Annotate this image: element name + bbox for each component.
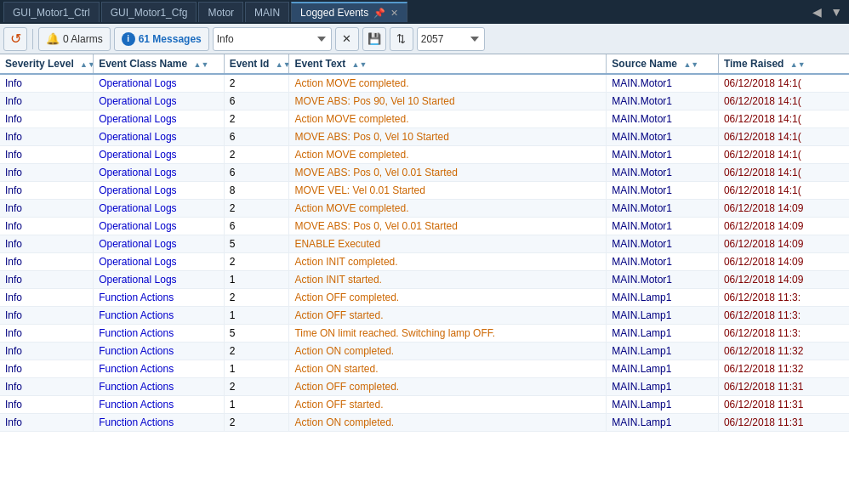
table-cell: MAIN.Motor1 [607, 128, 719, 146]
table-row[interactable]: InfoFunction Actions2Action ON completed… [0, 343, 849, 360]
table-cell: MOVE VEL: Vel 0.01 Started [289, 182, 607, 200]
tab-logged-events[interactable]: Logged Events 📌 ✕ [291, 2, 407, 22]
table-row[interactable]: InfoOperational Logs6MOVE ABS: Pos 0, Ve… [0, 218, 849, 235]
table-cell: Info [0, 128, 94, 146]
table-cell: 2 [224, 74, 289, 93]
table-row[interactable]: InfoFunction Actions1Action ON started.M… [0, 360, 849, 378]
table-cell: 06/12/2018 11:32 [718, 360, 849, 378]
table-row[interactable]: InfoOperational Logs5ENABLE ExecutedMAIN… [0, 235, 849, 253]
events-table-container[interactable]: Severity Level ▲▼ Event Class Name ▲▼ Ev… [0, 54, 849, 504]
table-cell: Action OFF completed. [289, 378, 607, 396]
table-cell: Action OFF started. [289, 396, 607, 414]
messages-badge: i 61 Messages [114, 27, 209, 51]
table-cell: 5 [224, 235, 289, 253]
table-cell: Operational Logs [94, 93, 225, 110]
table-cell: Function Actions [94, 414, 225, 432]
table-cell: Info [0, 146, 94, 164]
tab-gui-motor1-cfg[interactable]: GUI_Motor1_Cfg [101, 2, 197, 22]
table-cell: 1 [224, 360, 289, 378]
table-cell: MAIN.Motor1 [607, 93, 719, 110]
table-cell: MAIN.Lamp1 [607, 360, 719, 378]
table-cell: Operational Logs [94, 253, 225, 271]
table-cell: 2 [224, 289, 289, 307]
sort-time-icon: ▲▼ [790, 60, 806, 69]
table-cell: Info [0, 378, 94, 396]
table-cell: Action MOVE completed. [289, 74, 607, 93]
table-cell: Info [0, 200, 94, 218]
table-cell: Info [0, 396, 94, 414]
col-header-eventid[interactable]: Event Id ▲▼ [224, 54, 289, 74]
table-cell: Function Actions [94, 396, 225, 414]
table-cell: Action ON completed. [289, 414, 607, 432]
table-cell: 06/12/2018 14:1( [718, 164, 849, 182]
table-cell: MAIN.Lamp1 [607, 343, 719, 360]
table-cell: 2 [224, 200, 289, 218]
table-row[interactable]: InfoFunction Actions1Action OFF started.… [0, 396, 849, 414]
table-row[interactable]: InfoOperational Logs2Action MOVE complet… [0, 74, 849, 93]
sort-source-icon: ▲▼ [683, 60, 698, 69]
table-row[interactable]: InfoFunction Actions2Action OFF complete… [0, 378, 849, 396]
table-cell: 1 [224, 307, 289, 325]
table-row[interactable]: InfoOperational Logs6MOVE ABS: Pos 0, Ve… [0, 164, 849, 182]
table-cell: Function Actions [94, 307, 225, 325]
separator-1 [32, 29, 33, 49]
table-row[interactable]: InfoOperational Logs6MOVE ABS: Pos 0, Ve… [0, 128, 849, 146]
table-cell: Action ON started. [289, 360, 607, 378]
col-header-eventtext[interactable]: Event Text ▲▼ [289, 54, 607, 74]
table-cell: Action MOVE completed. [289, 146, 607, 164]
tab-motor[interactable]: Motor [198, 2, 243, 22]
table-cell: Action INIT started. [289, 271, 607, 289]
table-cell: Info [0, 110, 94, 128]
save-button[interactable]: 💾 [362, 27, 386, 51]
table-row[interactable]: InfoOperational Logs2Action INIT complet… [0, 253, 849, 271]
table-cell: Info [0, 182, 94, 200]
tab-arrow-icon[interactable]: ◀ [809, 3, 825, 20]
table-cell: MAIN.Lamp1 [607, 325, 719, 343]
table-cell: Function Actions [94, 360, 225, 378]
table-cell: Function Actions [94, 378, 225, 396]
tab-close-icon[interactable]: ✕ [390, 8, 398, 19]
clear-button[interactable]: ✕ [335, 27, 359, 51]
table-cell: 06/12/2018 14:1( [718, 146, 849, 164]
table-cell: 06/12/2018 14:1( [718, 93, 849, 110]
table-cell: Action OFF completed. [289, 289, 607, 307]
tab-gui-motor1-ctrl[interactable]: GUI_Motor1_Ctrl [3, 2, 100, 22]
toolbar: ↺ 🔔 0 Alarms i 61 Messages Info Warning … [0, 24, 849, 54]
table-cell: Operational Logs [94, 218, 225, 235]
table-row[interactable]: InfoOperational Logs2Action MOVE complet… [0, 200, 849, 218]
col-header-timeraised[interactable]: Time Raised ▲▼ [718, 54, 849, 74]
tab-main[interactable]: MAIN [245, 2, 289, 22]
col-header-severity[interactable]: Severity Level ▲▼ [0, 54, 94, 74]
table-row[interactable]: InfoFunction Actions5Time ON limit reach… [0, 325, 849, 343]
table-cell: 2 [224, 110, 289, 128]
sort-severity-icon: ▲▼ [80, 60, 94, 69]
table-row[interactable]: InfoOperational Logs1Action INIT started… [0, 271, 849, 289]
filter-sort-button[interactable]: ⇅ [390, 27, 413, 51]
sort-eventid-icon: ▲▼ [276, 60, 289, 69]
alarm-count: 0 Alarms [63, 33, 103, 45]
severity-filter-select[interactable]: Info Warning Error All [213, 27, 332, 51]
col-header-classname[interactable]: Event Class Name ▲▼ [94, 54, 225, 74]
table-cell: 1 [224, 271, 289, 289]
tab-menu-icon[interactable]: ▼ [827, 3, 846, 20]
count-select[interactable]: 2057 1000 500 100 [417, 27, 485, 51]
col-header-source[interactable]: Source Name ▲▼ [607, 54, 719, 74]
table-cell: 2 [224, 253, 289, 271]
table-body: InfoOperational Logs2Action MOVE complet… [0, 74, 849, 432]
table-cell: MOVE ABS: Pos 0, Vel 0.01 Started [289, 164, 607, 182]
table-row[interactable]: InfoOperational Logs2Action MOVE complet… [0, 110, 849, 128]
table-row[interactable]: InfoOperational Logs2Action MOVE complet… [0, 146, 849, 164]
table-cell: MOVE ABS: Pos 0, Vel 0.01 Started [289, 218, 607, 235]
table-row[interactable]: InfoFunction Actions2Action OFF complete… [0, 289, 849, 307]
table-cell: 06/12/2018 11:3: [718, 307, 849, 325]
table-row[interactable]: InfoOperational Logs6MOVE ABS: Pos 90, V… [0, 93, 849, 110]
table-cell: 06/12/2018 11:31 [718, 414, 849, 432]
sort-classname-icon: ▲▼ [194, 60, 209, 69]
table-row[interactable]: InfoOperational Logs8MOVE VEL: Vel 0.01 … [0, 182, 849, 200]
table-cell: 8 [224, 182, 289, 200]
refresh-button[interactable]: ↺ [3, 27, 27, 51]
table-cell: 06/12/2018 11:32 [718, 343, 849, 360]
table-row[interactable]: InfoFunction Actions2Action ON completed… [0, 414, 849, 432]
table-row[interactable]: InfoFunction Actions1Action OFF started.… [0, 307, 849, 325]
table-cell: 06/12/2018 14:09 [718, 271, 849, 289]
